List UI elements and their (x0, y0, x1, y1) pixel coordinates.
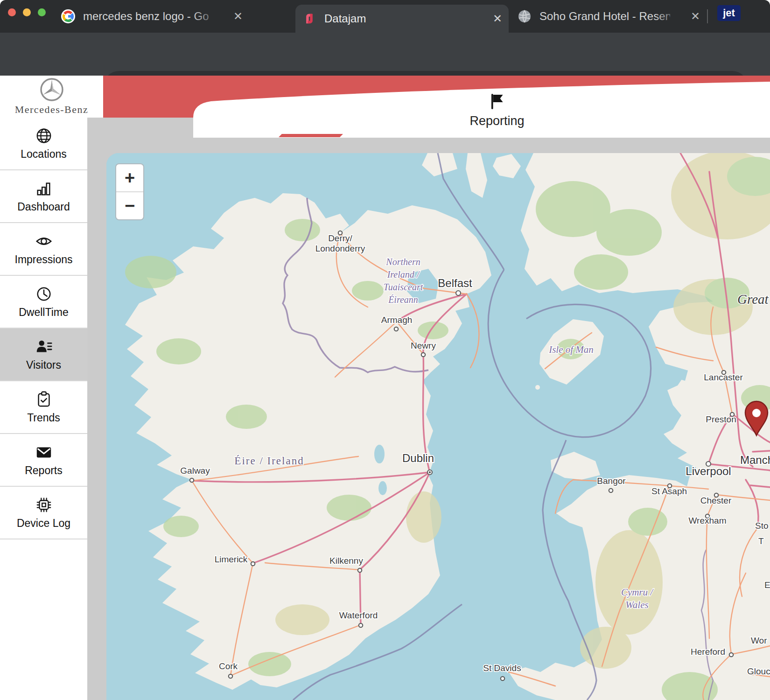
city-dot-bangor (609, 489, 613, 492)
map-label-great-britain-fragment: Great (737, 292, 769, 307)
screenshot: mercedes benz logo - Google ✕ Datajam ✕ … (0, 0, 770, 700)
calf-of-man (535, 385, 540, 390)
reporting-active-indicator (279, 134, 343, 137)
map-label-e-fragment: E (764, 580, 770, 590)
brand-name: Mercedes-Benz (15, 104, 89, 116)
tab-title: Datajam (324, 12, 366, 25)
city-dot-cork (229, 674, 232, 678)
sidebar-item-label: DwellTime (19, 306, 69, 319)
sidebar-item-dwelltime[interactable]: DwellTime (0, 276, 87, 329)
brand-logo-box: Mercedes-Benz (0, 76, 103, 118)
map-label-armagh: Armagh (381, 315, 413, 325)
sidebar-item-dashboard[interactable]: Dashboard (0, 170, 87, 223)
map-label-chester: Chester (700, 496, 732, 505)
city-dot-galway (190, 478, 194, 482)
map-label-newry: Newry (411, 341, 436, 350)
reporting-label: Reporting (469, 114, 524, 128)
map-label-eire-ireland: Éire / Ireland (234, 455, 304, 467)
city-dot-armagh (394, 327, 398, 331)
zoom-in-button[interactable]: + (116, 164, 143, 192)
globe-favicon (517, 9, 532, 24)
close-tab-icon[interactable]: ✕ (233, 11, 243, 22)
close-window-button[interactable] (8, 8, 16, 16)
people-icon (35, 338, 53, 356)
map-label-st-asaph: St Asaph (651, 486, 687, 496)
browser-toolbar: datajamportal.com/ReportMgmnt/ (0, 33, 770, 76)
map-label-t-fragment: T (758, 536, 764, 546)
map-zoom-control: + − (115, 163, 144, 220)
city-dot-newry (421, 353, 425, 357)
sidebar-item-label: Visitors (26, 359, 61, 371)
flag-icon (490, 93, 504, 110)
city-dot-limerick (251, 562, 255, 566)
map-label-cork: Cork (219, 661, 238, 671)
map-label-galway: Galway (180, 466, 210, 476)
map-label-lancaster: Lancaster (704, 372, 743, 382)
sidebar-item-device-log[interactable]: Device Log (0, 487, 87, 539)
map-label-bangor: Bangor (597, 476, 626, 486)
browser-tab-strip: mercedes benz logo - Google ✕ Datajam ✕ … (0, 0, 770, 33)
sidebar-item-label: Trends (27, 412, 60, 424)
map-label-belfast: Belfast (438, 277, 472, 289)
map-label-gloucester-fragment: Glouc (747, 666, 770, 676)
sidebar-item-impressions[interactable]: Impressions (0, 223, 87, 276)
tab-divider (707, 9, 708, 23)
chip-icon (35, 496, 53, 514)
sidebar-item-label: Locations (21, 148, 66, 161)
tab-title: Soho Grand Hotel - Reservati (539, 10, 670, 23)
map-panel[interactable]: Derry/LondonderryBelfastArmaghNewryGalwa… (106, 153, 770, 700)
clock-icon (35, 285, 53, 303)
sidebar-item-locations[interactable]: Locations (0, 118, 87, 170)
map-label-waterford: Waterford (339, 610, 378, 620)
datajam-icon (302, 11, 317, 26)
tab-title-fade (192, 0, 220, 33)
envelope-icon (35, 443, 53, 461)
bar-chart-icon (35, 180, 53, 197)
minimize-window-button[interactable] (23, 8, 31, 16)
jet-tab-group-badge[interactable]: jet (717, 5, 741, 21)
map-label-kilkenny: Kilkenny (329, 556, 363, 566)
map-label-worcester-fragment: Wor (751, 636, 767, 645)
sidebar-item-visitors[interactable]: Visitors (0, 329, 87, 381)
close-tab-icon[interactable]: ✕ (493, 13, 502, 24)
map-label-preston: Preston (706, 414, 736, 424)
tab-title: mercedes benz logo - Google (83, 10, 209, 23)
sidebar-item-label: Dashboard (17, 201, 70, 213)
map-label-manchester-fragment: Manch (740, 454, 770, 466)
map-label-wrexham: Wrexham (689, 516, 727, 525)
map-label-limerick: Limerick (215, 554, 248, 564)
sidebar: Locations Dashboard Impressions (0, 118, 87, 700)
map-label-liverpool: Liverpool (686, 465, 731, 477)
zoom-out-button[interactable]: − (116, 192, 143, 219)
map-label-isle-of-man: Isle of Man (548, 344, 594, 355)
sidebar-item-label: Impressions (15, 253, 73, 266)
tab-google-search[interactable]: mercedes benz logo - Google ✕ (61, 0, 243, 33)
clipboard-icon (35, 391, 53, 408)
city-dot-belfast (456, 291, 461, 295)
tab-soho-grand-hotel[interactable]: Soho Grand Hotel - Reservati ✕ (517, 0, 700, 33)
close-tab-icon[interactable]: ✕ (691, 11, 700, 22)
mercedes-logo-icon (40, 77, 64, 102)
city-dot-center-dublin (429, 471, 431, 473)
map-label-st-davids: St Davids (483, 663, 521, 673)
sidebar-item-reports[interactable]: Reports (0, 434, 87, 487)
city-dot-hereford (729, 653, 733, 657)
map-canvas: Derry/LondonderryBelfastArmaghNewryGalwa… (106, 153, 770, 700)
map-label-dublin: Dublin (402, 452, 434, 464)
tab-reporting[interactable]: Reporting (448, 93, 546, 138)
sidebar-item-label: Reports (25, 464, 63, 477)
app-area: Reporting Mercedes-Benz Locations (0, 76, 770, 700)
city-dot-waterford (359, 623, 363, 627)
map-label-hereford: Hereford (691, 647, 725, 657)
tab-datajam-active[interactable]: Datajam ✕ (295, 5, 509, 33)
globe-icon (35, 127, 53, 145)
eye-icon (35, 232, 53, 250)
sidebar-item-label: Device Log (17, 517, 70, 530)
google-icon (61, 9, 76, 24)
zoom-window-button[interactable] (38, 8, 46, 16)
tab-title-fade (655, 0, 680, 33)
city-dot-st-davids (501, 677, 504, 680)
city-dot-kilkenny (358, 568, 362, 572)
map-label-stoke-fragment: Sto (755, 521, 769, 531)
sidebar-item-trends[interactable]: Trends (0, 381, 87, 434)
